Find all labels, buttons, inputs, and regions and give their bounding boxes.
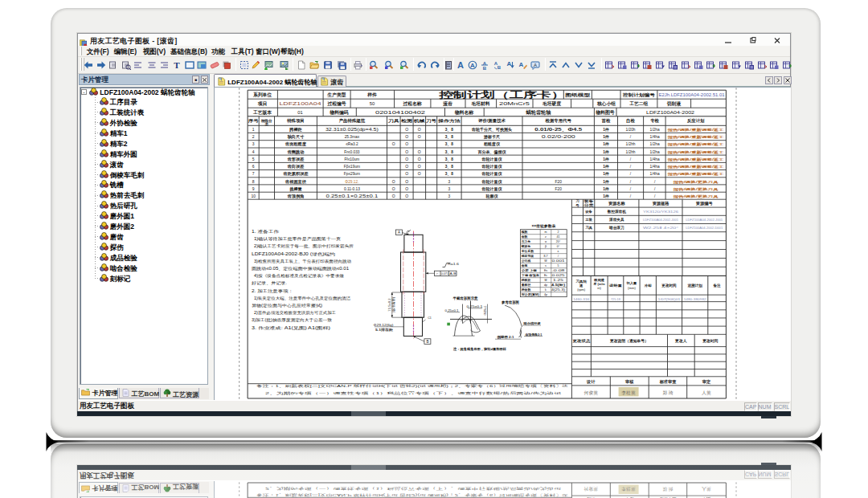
svg-text:4.5(标): 4.5(标) xyxy=(551,284,566,287)
svg-text:1/4ha: 1/4ha xyxy=(650,172,660,176)
svg-text:1/07(906)01: 1/07(906)01 xyxy=(658,297,681,300)
svg-text:评价/测量技术: 评价/测量技术 xyxy=(477,118,506,124)
svg-text:5: 5 xyxy=(252,156,255,161)
svg-text:齿顶倒角: 齿顶倒角 xyxy=(287,193,305,198)
svg-text:李桂英: 李桂英 xyxy=(621,390,636,395)
svg-text:2: 2 xyxy=(558,231,559,234)
svg-text:0.025: 0.025 xyxy=(552,274,565,277)
svg-text:1/4ha: 1/4ha xyxy=(650,165,660,169)
svg-text:设备: 设备 xyxy=(584,209,592,213)
svg-text:O: O xyxy=(405,149,408,153)
svg-text:1件: 1件 xyxy=(603,179,609,183)
svg-text:齿轮计量仪: 齿轮计量仪 xyxy=(481,164,503,169)
svg-text:O: O xyxy=(418,134,421,139)
svg-text:1件: 1件 xyxy=(603,165,609,169)
svg-text:B: B xyxy=(426,340,428,344)
svg-text:追溯计划: 追溯计划 xyxy=(688,284,703,288)
svg-text:B: B xyxy=(483,66,487,70)
svg-text:O: O xyxy=(405,171,408,176)
svg-text:dp: dp xyxy=(544,284,547,287)
svg-text:8-7: 8-7 xyxy=(543,255,547,258)
svg-text:公差 上偏: 公差 上偏 xyxy=(521,268,538,272)
svg-text:特殊项目: 特殊项目 xyxy=(286,118,305,124)
svg-text:1)确认等待加工批零件是产品图第十一页: 1)确认等待加工批零件是产品图第十一页 xyxy=(254,236,341,242)
svg-text:齿轮计量仪: 齿轮计量仪 xyxy=(481,171,503,177)
svg-text:模数: 模数 xyxy=(521,230,528,234)
svg-text:Es: Es xyxy=(544,269,547,272)
svg-text:2: 2 xyxy=(252,134,255,139)
svg-text:α: α xyxy=(545,240,547,243)
svg-text:报告/调换/更换刀具: 报告/调换/更换刀具 xyxy=(672,179,719,184)
svg-text:1)装夹定位大端、注意零件中心孔及定位面的清洁: 1)装夹定位大端、注意零件中心孔及定位面的清洁 xyxy=(254,295,350,300)
svg-text:齿形误差: 齿形误差 xyxy=(287,156,305,161)
svg-text:8: 8 xyxy=(252,178,255,183)
svg-text:2)确认工艺卡对应于每一批、图示中打印发箭头所: 2)确认工艺卡对应于每一批、图示中打印发箭头所 xyxy=(254,243,354,249)
svg-text:B: B xyxy=(497,65,502,70)
svg-text:A: A xyxy=(457,60,464,70)
svg-text:E2Jh.LDFZ100A04-2002.51.01: E2Jh.LDFZ100A04-2002.51.01 xyxy=(659,92,725,96)
svg-text:压力角: 压力角 xyxy=(521,239,530,243)
svg-text:机械: 机械 xyxy=(412,118,425,124)
svg-text:产品特殊规范: 产品特殊规范 xyxy=(338,118,366,124)
svg-text:A: A xyxy=(507,60,512,67)
svg-text:0.01/0-25、Φ4.5: 0.01/0-25、Φ4.5 xyxy=(534,128,582,133)
svg-text:-0.08: -0.08 xyxy=(552,269,565,272)
svg-text:报告/调换/重新调整/返工: 报告/调换/重新调整/返工 xyxy=(666,165,724,169)
svg-text:专检: 专检 xyxy=(649,118,659,123)
svg-text:1/2hh: 1/2hh xyxy=(625,142,635,146)
svg-text:数控滚齿机: 数控滚齿机 xyxy=(607,208,626,214)
svg-text:螺旋角: 螺旋角 xyxy=(521,244,530,248)
svg-text:反应计划: 反应计划 xyxy=(686,118,705,124)
svg-text:k: k xyxy=(545,288,547,292)
svg-text:3)加工(批)抽齿厚度测定向大于公差一致: 3)加工(批)抽齿厚度测定向大于公差一致 xyxy=(252,317,332,323)
svg-text:01: 01 xyxy=(297,109,302,114)
svg-text:资源规格: 资源规格 xyxy=(653,201,670,206)
svg-text:报告/调换/更换刀具: 报告/调换/更换刀具 xyxy=(672,186,719,191)
svg-text:LDFZ100A04-2002-J001: LDFZ100A04-2002-J001 xyxy=(686,218,723,222)
svg-text:O: O xyxy=(392,141,395,146)
svg-text:10: 10 xyxy=(251,193,256,198)
svg-text:设计: 设计 xyxy=(586,379,596,384)
svg-text:齿数: 齿数 xyxy=(521,235,528,239)
svg-text:更改说明（通知单号）: 更改说明（通知单号） xyxy=(610,338,649,344)
svg-text:报告/调换/重新调整/返工: 报告/调换/重新调整/返工 xyxy=(666,142,724,147)
svg-text:更改人: 更改人 xyxy=(675,338,687,343)
svg-text:0.11-0.13: 0.11-0.13 xyxy=(344,186,360,190)
svg-text:C1: C1 xyxy=(428,316,432,320)
svg-text:1/4ha: 1/4ha xyxy=(650,157,660,161)
svg-text:公法线: 公法线 xyxy=(521,259,531,263)
svg-text:齿面粗糙度: 齿面粗糙度 xyxy=(285,141,307,147)
svg-text:系列单位: 系列单位 xyxy=(253,91,272,97)
svg-text:x: x xyxy=(558,250,559,253)
svg-text:Φ29.12(6g): Φ29.12(6g) xyxy=(374,322,395,326)
svg-text:F20: F20 xyxy=(555,179,563,183)
svg-text:齿轮千分尺、可换测头: 齿轮千分尺、可换测头 xyxy=(471,127,512,133)
svg-text:蜗轮齿轮轴: 蜗轮齿轮轴 xyxy=(526,108,551,115)
svg-text:倒棱图 2:1: 倒棱图 2:1 xyxy=(496,335,514,340)
svg-text:切入量: 切入量 xyxy=(625,281,637,285)
svg-text:T: T xyxy=(174,60,180,70)
svg-text:下偏 齿顶高: 下偏 齿顶高 xyxy=(521,273,540,277)
svg-text:3、8: 3、8 xyxy=(445,128,453,133)
svg-text:≤Ra3.2: ≤Ra3.2 xyxy=(346,142,358,146)
svg-text:类: 类 xyxy=(264,121,269,125)
svg-text:YK3120/YK3126: YK3120/YK3126 xyxy=(643,210,678,213)
svg-text:工装: 工装 xyxy=(585,218,592,222)
svg-text:2、为期的专项（一）调查性专项（1）税总位置专项（下）、调查: 2、为期的专项（一）调查性专项（1）税总位置专项（下）、调查中行数据/热后两边/… xyxy=(265,390,562,395)
svg-text:注：两角截角是图，旋转d量和图样: 注：两角截角是图，旋转d量和图样 xyxy=(452,347,507,352)
svg-text:9: 9 xyxy=(252,186,255,190)
svg-text:0.25±0.1: 0.25±0.1 xyxy=(445,308,459,312)
svg-text:/: / xyxy=(630,165,632,169)
svg-text:刀具: 刀具 xyxy=(387,118,399,124)
svg-text:啮合滚刀: 啮合滚刀 xyxy=(609,225,624,231)
svg-text:检测专用代号: 检测专用代号 xyxy=(545,118,572,124)
svg-text:跨棒距: 跨棒距 xyxy=(521,278,531,282)
svg-text:0.02/0-200: 0.02/0-200 xyxy=(542,135,576,139)
svg-text:进给量: 进给量 xyxy=(608,284,623,288)
svg-text:3: 3 xyxy=(448,186,451,190)
svg-text:备注：1、刷新表权[二]文印CAN-P 版样什记H(下记 齿: 备注：1、刷新表权[二]文印CAN-P 版样什记H(下记 齿轮2)(记 调用相)… xyxy=(256,384,568,388)
svg-text:Ra1.6: Ra1.6 xyxy=(448,262,460,266)
svg-text:/: / xyxy=(630,186,632,190)
svg-text:人英: 人英 xyxy=(701,390,711,395)
svg-text:32.31±0.025(dp=4.5): 32.31±0.025(dp=4.5) xyxy=(326,128,379,132)
